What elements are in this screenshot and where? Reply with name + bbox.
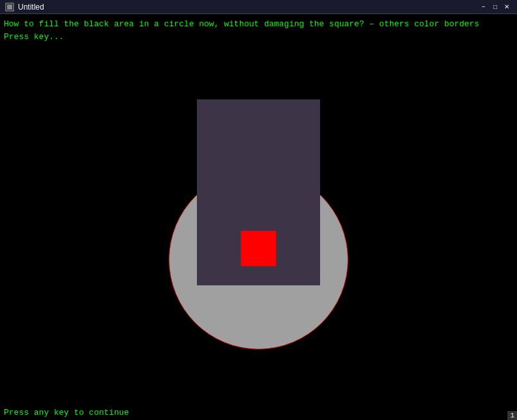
status-bar: 1 (507, 411, 517, 420)
maximize-button[interactable]: □ (490, 2, 500, 12)
rect-shape (197, 99, 320, 285)
close-button[interactable]: ✕ (502, 2, 512, 12)
bottom-text: Press any key to continue (0, 405, 517, 420)
canvas-area (0, 43, 517, 405)
minimize-button[interactable]: − (479, 2, 489, 12)
app-icon (5, 3, 14, 12)
main-content: How to fill the black area in a circle n… (0, 14, 517, 420)
scene-container (169, 99, 348, 349)
red-square (241, 231, 276, 266)
top-text-line1: How to fill the black area in a circle n… (4, 18, 513, 31)
title-bar: Untitled − □ ✕ (0, 0, 517, 14)
top-text-line2: Press key... (4, 31, 513, 44)
title-bar-controls: − □ ✕ (479, 2, 512, 12)
window-title: Untitled (18, 3, 44, 12)
svg-rect-1 (7, 4, 12, 10)
top-text-area: How to fill the black area in a circle n… (0, 14, 517, 43)
title-bar-left: Untitled (5, 3, 44, 12)
